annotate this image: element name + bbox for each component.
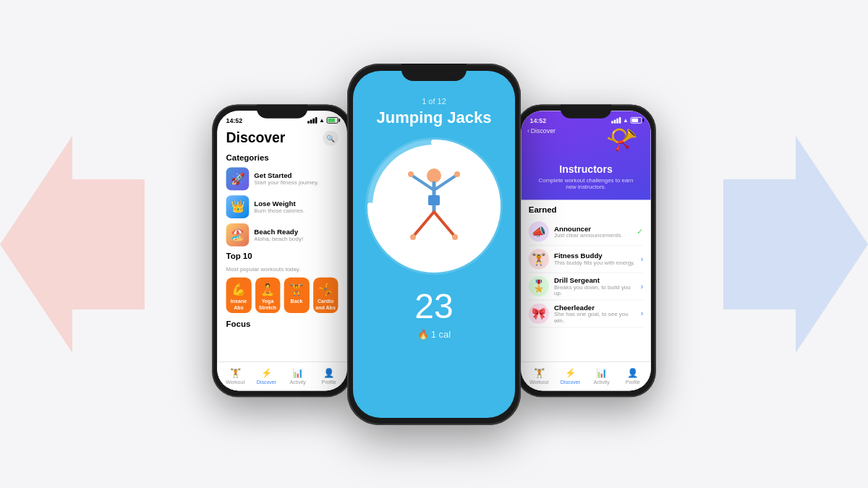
back-label: Discover [531,127,556,134]
workout-cal: 🔥 1 cal [417,329,451,340]
drill-sergeant-desc: Breaks you down, to build you up. [554,283,636,296]
right-tab-activity-label: Activity [593,379,609,385]
discover-content: Discover 🔍 Categories 🚀 Get Started Star… [217,127,347,378]
right-notch [561,104,611,118]
jumping-jacks-figure [401,163,467,249]
right-tab-discover-icon: ⚡ [565,367,576,377]
fitness-buddy-name: Fitness Buddy [554,252,636,260]
right-tab-workout[interactable]: 🏋️ Workout [524,367,555,385]
lose-weight-desc: Burn those calories. [254,207,305,213]
tab-discover-icon: ⚡ [261,367,272,377]
cheerleader-desc: She has one goal, to see you win. [554,311,636,324]
workout-tile-back[interactable]: 🏋️ Back [284,277,310,312]
cheerleader-chevron-icon: › [641,309,644,317]
right-tab-profile-icon: 👤 [627,367,638,377]
r-signal-3 [616,118,618,123]
workout-count: 23 [414,286,453,326]
flame-icon: 🔥 [417,329,429,340]
drill-sergeant-info: Drill Sergeant Breaks you down, to build… [554,276,636,296]
workout-circle [365,137,503,275]
announcer-avatar: 📣 [529,221,549,241]
right-tab-activity-icon: 📊 [596,367,607,377]
cheerleader-name: Cheerleader [554,303,636,311]
battery-fill [328,118,335,121]
discover-screen: 14:52 ▲ [217,111,347,390]
signal-bar-4 [315,117,318,124]
svg-point-10 [408,171,414,177]
svg-point-12 [410,234,416,240]
signal-bar-2 [310,119,312,123]
fitness-buddy-chevron-icon: › [641,254,644,263]
right-tab-discover[interactable]: ⚡ Discover [555,367,586,385]
instructor-drill-sergeant[interactable]: 🎖️ Drill Sergeant Breaks you down, to bu… [529,273,643,300]
instructor-cheerleader[interactable]: 🎀 Cheerleader She has one goal, to see y… [529,300,643,328]
get-started-text: Get Started Start your fitness journey. [254,171,318,185]
tab-activity[interactable]: 📊 Activity [282,367,313,385]
workout-grid: 💪 Insane Abs 🧘 Yoga Stretch 🏋️ Back [226,277,339,312]
tab-profile-label: Profile [322,379,336,385]
beach-ready-desc: Aloha, beach body! [254,235,303,241]
right-tab-profile-label: Profile [626,379,640,385]
back-label: Back [291,298,303,304]
workout-tile-cardio[interactable]: 🤸 Cardio and Abs [313,277,339,312]
insane-abs-label: Insane Abs [229,298,249,310]
category-item-beach-ready[interactable]: 🏖️ Beach Ready Aloha, beach body! [226,223,339,246]
left-phone: 14:52 ▲ [212,104,352,397]
left-status-icons: ▲ [307,117,338,124]
cardio-icon: 🤸 [318,282,332,296]
category-item-get-started[interactable]: 🚀 Get Started Start your fitness journey… [226,167,339,190]
right-tab-discover-label: Discover [561,379,580,385]
left-notch [257,104,307,118]
tab-activity-icon: 📊 [292,367,303,377]
top10-section-title: Top 10 [226,251,339,260]
wifi-icon: ▲ [319,117,325,124]
r-signal-1 [611,121,613,124]
svg-line-8 [414,212,434,235]
instructors-title: Instructors [559,164,613,176]
earned-title: Earned [529,205,643,214]
back-link[interactable]: ‹ Discover [527,127,556,134]
announcer-name: Announcer [554,224,631,232]
drill-sergeant-name: Drill Sergeant [554,276,636,284]
instructor-announcer[interactable]: 📣 Announcer Just clear announcements. ✓ [529,218,643,245]
tab-profile[interactable]: 👤 Profile [313,367,344,385]
search-icon[interactable]: 🔍 [323,130,338,145]
svg-point-13 [452,234,458,240]
svg-line-9 [434,212,454,235]
back-icon: 🏋️ [289,282,303,296]
get-started-label: Get Started [254,171,318,179]
right-tab-activity[interactable]: 📊 Activity [586,367,617,385]
tab-activity-label: Activity [289,379,305,385]
svg-point-11 [454,171,460,177]
tab-profile-icon: 👤 [323,367,334,377]
r-signal-4 [619,117,621,124]
right-tab-profile[interactable]: 👤 Profile [617,367,648,385]
right-phone: 14:52 ▲ [516,104,656,397]
instructors-header: 14:52 ▲ [521,111,651,200]
left-time: 14:52 [226,116,243,124]
right-screen: 14:52 ▲ [521,111,651,390]
beach-ready-icon: 🏖️ [226,223,250,246]
yoga-label: Yoga Stretch [258,298,278,310]
announcer-checkmark-icon: ✓ [637,227,643,236]
category-item-lose-weight[interactable]: 👑 Lose Weight Burn those calories. [226,195,339,218]
workout-progress-text: 1 of 12 [422,97,446,106]
tab-discover[interactable]: ⚡ Discover [251,367,282,385]
beach-ready-text: Beach Ready Aloha, beach body! [254,228,303,241]
discover-title: Discover [226,129,286,146]
insane-abs-icon: 💪 [231,282,245,296]
right-signal [611,117,621,124]
center-notch [401,64,467,81]
cardio-label: Cardio and Abs [315,298,336,310]
workout-tile-yoga[interactable]: 🧘 Yoga Stretch [255,277,281,312]
discover-header: Discover 🔍 [226,129,339,146]
tab-workout-icon: 🏋️ [230,367,241,377]
svg-point-4 [427,168,441,183]
tab-workout[interactable]: 🏋️ Workout [220,367,251,385]
fitness-buddy-desc: This buddy fills you with energy. [554,260,636,266]
instructor-fitness-buddy[interactable]: 🏋️ Fitness Buddy This buddy fills you wi… [529,245,643,273]
cheerleader-info: Cheerleader She has one goal, to see you… [554,303,636,323]
right-tab-workout-icon: 🏋️ [534,367,545,377]
workout-tile-insane-abs[interactable]: 💪 Insane Abs [226,277,252,312]
cal-text: 1 cal [431,329,451,340]
